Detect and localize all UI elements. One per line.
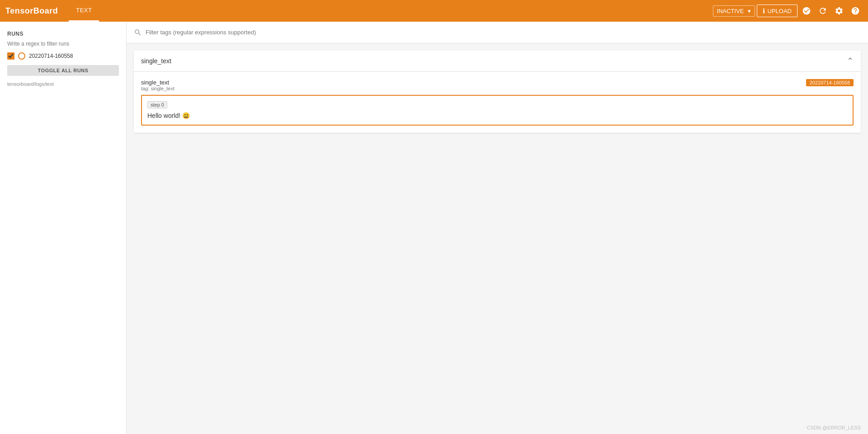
collapse-icon: ⌃	[847, 56, 854, 66]
card-title: single_text	[141, 57, 171, 65]
upload-button[interactable]: ℹ UPLOAD	[757, 5, 797, 17]
run-item: 20220714-160558	[0, 51, 126, 61]
main-nav: TEXT	[69, 0, 712, 22]
help-icon	[851, 6, 860, 15]
run-checkbox[interactable]	[7, 52, 14, 60]
run-name: 20220714-160558	[29, 53, 73, 59]
card-header[interactable]: single_text ⌃	[134, 51, 861, 72]
sidebar: Runs Write a regex to filter runs 202207…	[0, 22, 127, 434]
run-badge: 20220714-160558	[806, 79, 854, 86]
text-content-box: step 0 Hello world! 😃	[141, 95, 854, 126]
refresh-button[interactable]	[816, 4, 830, 18]
runs-section-title: Runs	[0, 27, 126, 39]
text-entry-name: single_text	[141, 79, 806, 86]
upload-info-icon: ℹ	[763, 7, 765, 14]
dropdown-arrow-icon: ▾	[748, 8, 751, 14]
watermark: CSDN @ERROR_LESS	[807, 425, 861, 430]
run-color-dot	[18, 52, 25, 60]
text-content-value: Hello world! 😃	[147, 112, 847, 119]
settings-button[interactable]	[832, 4, 846, 18]
status-label: INACTIVE	[717, 8, 744, 14]
filter-input[interactable]	[146, 29, 861, 36]
logdir-path: tensorboard/logs/text	[0, 79, 126, 89]
nav-item-text[interactable]: TEXT	[69, 0, 99, 22]
text-card: single_text ⌃ single_text tag: single_te…	[134, 51, 861, 133]
app-layout: Runs Write a regex to filter runs 202207…	[0, 22, 868, 434]
app-header: TensorBoard TEXT INACTIVE ▾ ℹ UPLOAD	[0, 0, 868, 22]
account-button[interactable]	[799, 4, 814, 18]
filter-bar	[127, 22, 868, 43]
runs-filter-label[interactable]: Write a regex to filter runs	[0, 39, 126, 51]
settings-icon	[835, 6, 844, 15]
status-dropdown[interactable]: INACTIVE ▾	[713, 5, 755, 17]
refresh-icon	[818, 6, 827, 15]
upload-label: UPLOAD	[768, 8, 792, 14]
card-body: single_text tag: single_text 20220714-16…	[134, 72, 861, 133]
text-entry-header: single_text tag: single_text 20220714-16…	[141, 79, 854, 91]
text-entry-info: single_text tag: single_text	[141, 79, 806, 91]
search-icon	[134, 28, 142, 37]
toggle-all-button[interactable]: TOGGLE ALL RUNS	[7, 65, 119, 76]
main-content: single_text ⌃ single_text tag: single_te…	[127, 22, 868, 434]
step-label: step 0	[147, 101, 167, 108]
text-entry-tag: tag: single_text	[141, 86, 806, 91]
app-logo: TensorBoard	[5, 6, 58, 16]
account-icon	[802, 6, 811, 15]
help-button[interactable]	[848, 4, 863, 18]
header-actions: INACTIVE ▾ ℹ UPLOAD	[713, 4, 863, 18]
